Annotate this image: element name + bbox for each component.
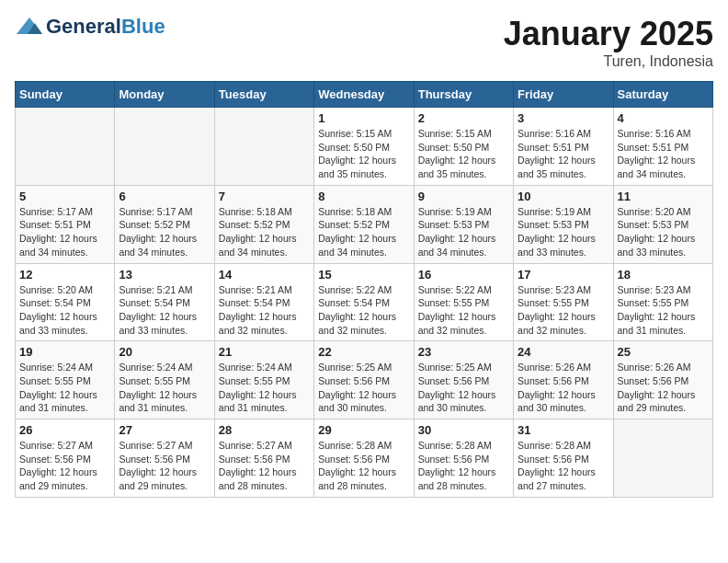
day-number: 31 bbox=[518, 423, 609, 437]
day-info: Sunrise: 5:21 AMSunset: 5:54 PMDaylight:… bbox=[219, 283, 310, 338]
day-info: Sunrise: 5:18 AMSunset: 5:52 PMDaylight:… bbox=[219, 205, 310, 259]
day-info: Sunrise: 5:20 AMSunset: 5:54 PMDaylight:… bbox=[19, 283, 110, 338]
calendar-cell: 24Sunrise: 5:26 AMSunset: 5:56 PMDayligh… bbox=[514, 341, 613, 419]
day-number: 13 bbox=[119, 268, 210, 282]
day-info: Sunrise: 5:16 AMSunset: 5:51 PMDaylight:… bbox=[618, 127, 709, 181]
day-number: 20 bbox=[119, 345, 210, 359]
calendar-week-4: 19Sunrise: 5:24 AMSunset: 5:55 PMDayligh… bbox=[16, 341, 713, 419]
day-number: 9 bbox=[418, 190, 509, 203]
calendar-cell: 12Sunrise: 5:20 AMSunset: 5:54 PMDayligh… bbox=[16, 263, 115, 341]
calendar-cell bbox=[613, 419, 712, 498]
day-number: 19 bbox=[19, 345, 110, 359]
day-number: 26 bbox=[19, 423, 110, 437]
logo-blue: Blue bbox=[121, 15, 165, 39]
day-info: Sunrise: 5:25 AMSunset: 5:56 PMDaylight:… bbox=[418, 361, 509, 415]
day-info: Sunrise: 5:27 AMSunset: 5:56 PMDaylight:… bbox=[19, 439, 110, 493]
weekday-header-wednesday: Wednesday bbox=[314, 82, 414, 108]
calendar-cell: 21Sunrise: 5:24 AMSunset: 5:55 PMDayligh… bbox=[214, 341, 313, 419]
day-info: Sunrise: 5:19 AMSunset: 5:53 PMDaylight:… bbox=[418, 205, 509, 259]
logo: GeneralBlue bbox=[15, 15, 165, 39]
calendar-cell: 4Sunrise: 5:16 AMSunset: 5:51 PMDaylight… bbox=[613, 108, 712, 186]
day-info: Sunrise: 5:24 AMSunset: 5:55 PMDaylight:… bbox=[219, 361, 310, 415]
calendar-cell: 31Sunrise: 5:28 AMSunset: 5:56 PMDayligh… bbox=[514, 419, 613, 498]
calendar-cell: 23Sunrise: 5:25 AMSunset: 5:56 PMDayligh… bbox=[414, 341, 513, 419]
day-info: Sunrise: 5:23 AMSunset: 5:55 PMDaylight:… bbox=[618, 283, 709, 338]
day-number: 3 bbox=[518, 111, 609, 125]
day-number: 1 bbox=[318, 111, 409, 125]
calendar-cell bbox=[115, 108, 214, 186]
calendar-cell: 20Sunrise: 5:24 AMSunset: 5:55 PMDayligh… bbox=[115, 341, 214, 419]
location: Turen, Indonesia bbox=[504, 53, 713, 70]
calendar-cell: 13Sunrise: 5:21 AMSunset: 5:54 PMDayligh… bbox=[115, 263, 214, 341]
day-info: Sunrise: 5:21 AMSunset: 5:54 PMDaylight:… bbox=[119, 283, 210, 338]
calendar-cell: 15Sunrise: 5:22 AMSunset: 5:54 PMDayligh… bbox=[314, 263, 414, 341]
calendar-cell: 8Sunrise: 5:18 AMSunset: 5:52 PMDaylight… bbox=[314, 185, 414, 263]
day-info: Sunrise: 5:23 AMSunset: 5:55 PMDaylight:… bbox=[518, 283, 609, 338]
page-header: GeneralBlue January 2025 Turen, Indonesi… bbox=[15, 15, 713, 70]
day-number: 2 bbox=[418, 111, 509, 125]
day-number: 29 bbox=[318, 423, 409, 437]
calendar-cell: 6Sunrise: 5:17 AMSunset: 5:52 PMDaylight… bbox=[115, 185, 214, 263]
day-number: 11 bbox=[618, 190, 709, 203]
day-number: 30 bbox=[418, 423, 509, 437]
weekday-header-saturday: Saturday bbox=[613, 82, 712, 108]
day-info: Sunrise: 5:24 AMSunset: 5:55 PMDaylight:… bbox=[19, 361, 110, 415]
calendar-table: SundayMondayTuesdayWednesdayThursdayFrid… bbox=[15, 81, 713, 498]
calendar-cell: 28Sunrise: 5:27 AMSunset: 5:56 PMDayligh… bbox=[214, 419, 313, 498]
logo-text: GeneralBlue bbox=[15, 15, 165, 39]
day-number: 4 bbox=[618, 111, 709, 125]
day-info: Sunrise: 5:24 AMSunset: 5:55 PMDaylight:… bbox=[119, 361, 210, 415]
calendar-cell bbox=[214, 108, 313, 186]
calendar-cell: 9Sunrise: 5:19 AMSunset: 5:53 PMDaylight… bbox=[414, 185, 513, 263]
day-info: Sunrise: 5:26 AMSunset: 5:56 PMDaylight:… bbox=[518, 361, 609, 415]
day-info: Sunrise: 5:19 AMSunset: 5:53 PMDaylight:… bbox=[518, 205, 609, 259]
day-number: 25 bbox=[618, 345, 709, 359]
calendar-cell bbox=[16, 108, 115, 186]
day-info: Sunrise: 5:17 AMSunset: 5:52 PMDaylight:… bbox=[119, 205, 210, 259]
calendar-week-2: 5Sunrise: 5:17 AMSunset: 5:51 PMDaylight… bbox=[16, 185, 713, 263]
day-number: 27 bbox=[119, 423, 210, 437]
day-number: 6 bbox=[119, 190, 210, 203]
calendar-cell: 18Sunrise: 5:23 AMSunset: 5:55 PMDayligh… bbox=[613, 263, 712, 341]
calendar-week-5: 26Sunrise: 5:27 AMSunset: 5:56 PMDayligh… bbox=[16, 419, 713, 498]
day-number: 12 bbox=[19, 268, 110, 282]
calendar-cell: 2Sunrise: 5:15 AMSunset: 5:50 PMDaylight… bbox=[414, 108, 513, 186]
day-number: 8 bbox=[318, 190, 409, 203]
day-info: Sunrise: 5:28 AMSunset: 5:56 PMDaylight:… bbox=[418, 439, 509, 493]
day-number: 15 bbox=[318, 268, 409, 282]
day-info: Sunrise: 5:28 AMSunset: 5:56 PMDaylight:… bbox=[518, 439, 609, 493]
day-number: 5 bbox=[19, 190, 110, 203]
calendar-cell: 11Sunrise: 5:20 AMSunset: 5:53 PMDayligh… bbox=[613, 185, 712, 263]
day-number: 16 bbox=[418, 268, 509, 282]
day-info: Sunrise: 5:27 AMSunset: 5:56 PMDaylight:… bbox=[219, 439, 310, 493]
calendar-cell: 25Sunrise: 5:26 AMSunset: 5:56 PMDayligh… bbox=[613, 341, 712, 419]
calendar-week-1: 1Sunrise: 5:15 AMSunset: 5:50 PMDaylight… bbox=[16, 108, 713, 186]
day-number: 23 bbox=[418, 345, 509, 359]
calendar-week-3: 12Sunrise: 5:20 AMSunset: 5:54 PMDayligh… bbox=[16, 263, 713, 341]
calendar-cell: 14Sunrise: 5:21 AMSunset: 5:54 PMDayligh… bbox=[214, 263, 313, 341]
day-info: Sunrise: 5:26 AMSunset: 5:56 PMDaylight:… bbox=[618, 361, 709, 415]
logo-icon bbox=[15, 16, 44, 38]
calendar-cell: 5Sunrise: 5:17 AMSunset: 5:51 PMDaylight… bbox=[16, 185, 115, 263]
weekday-header-friday: Friday bbox=[514, 82, 613, 108]
day-info: Sunrise: 5:16 AMSunset: 5:51 PMDaylight:… bbox=[518, 127, 609, 181]
day-number: 10 bbox=[518, 190, 609, 203]
weekday-header-monday: Monday bbox=[115, 82, 214, 108]
day-number: 18 bbox=[618, 268, 709, 282]
day-info: Sunrise: 5:20 AMSunset: 5:53 PMDaylight:… bbox=[618, 205, 709, 259]
logo-general: General bbox=[46, 15, 121, 39]
day-number: 22 bbox=[318, 345, 409, 359]
calendar-cell: 17Sunrise: 5:23 AMSunset: 5:55 PMDayligh… bbox=[514, 263, 613, 341]
calendar-cell: 26Sunrise: 5:27 AMSunset: 5:56 PMDayligh… bbox=[16, 419, 115, 498]
calendar-cell: 29Sunrise: 5:28 AMSunset: 5:56 PMDayligh… bbox=[314, 419, 414, 498]
weekday-header-row: SundayMondayTuesdayWednesdayThursdayFrid… bbox=[16, 82, 713, 108]
day-info: Sunrise: 5:15 AMSunset: 5:50 PMDaylight:… bbox=[318, 127, 409, 181]
day-number: 7 bbox=[219, 190, 310, 203]
day-info: Sunrise: 5:15 AMSunset: 5:50 PMDaylight:… bbox=[418, 127, 509, 181]
day-number: 14 bbox=[219, 268, 310, 282]
day-info: Sunrise: 5:17 AMSunset: 5:51 PMDaylight:… bbox=[19, 205, 110, 259]
day-number: 28 bbox=[219, 423, 310, 437]
day-info: Sunrise: 5:18 AMSunset: 5:52 PMDaylight:… bbox=[318, 205, 409, 259]
day-number: 21 bbox=[219, 345, 310, 359]
day-info: Sunrise: 5:22 AMSunset: 5:54 PMDaylight:… bbox=[318, 283, 409, 338]
